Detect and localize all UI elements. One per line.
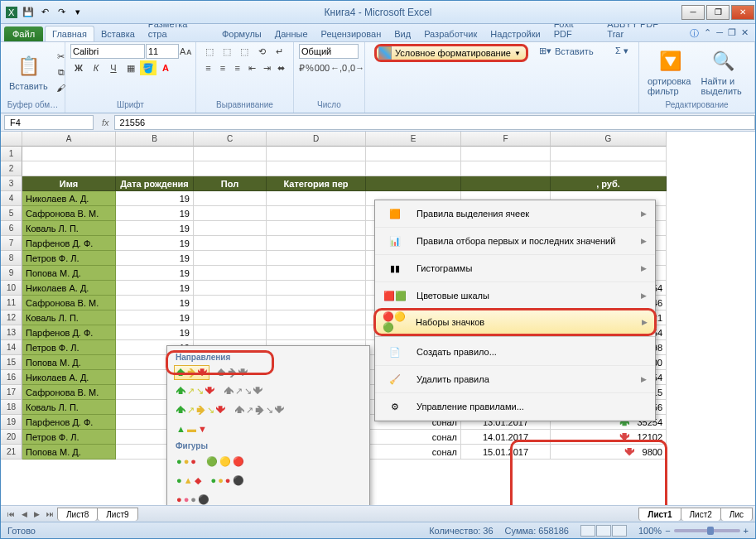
undo-icon[interactable]: ↶ <box>37 5 52 20</box>
cell[interactable] <box>267 266 366 281</box>
cell[interactable] <box>267 325 366 340</box>
zoom-out-icon[interactable]: − <box>665 526 670 536</box>
align-bot-icon[interactable]: ⬚ <box>236 44 253 59</box>
cell-name[interactable]: Попова М. Д. <box>22 445 116 460</box>
iconset-3signs[interactable]: ●▲◆ <box>174 473 204 488</box>
zoom-in-icon[interactable]: + <box>744 526 749 536</box>
grow-font-icon[interactable]: A <box>180 44 185 59</box>
iconset-5arrows-gray[interactable]: 🢁↗🢂↘🢃 <box>233 402 287 418</box>
tab-data[interactable]: Данные <box>268 26 315 41</box>
sheet-tab-9[interactable]: Лист9 <box>97 508 137 521</box>
cell-name[interactable]: Николаев А. Д. <box>22 191 116 206</box>
iconset-3arrows-colored[interactable]: 🢁🢂🢃 <box>174 365 209 380</box>
cell[interactable] <box>194 251 267 266</box>
cell-cat[interactable]: сонал <box>366 430 461 445</box>
cell[interactable] <box>267 310 366 325</box>
cell[interactable] <box>194 191 267 206</box>
font-select[interactable] <box>70 44 145 59</box>
col-header-B[interactable]: B <box>116 132 194 147</box>
formula-bar[interactable]: 21556 <box>114 115 755 130</box>
cell-name[interactable]: Сафронова В. М. <box>22 385 116 400</box>
minimize-ribbon-icon[interactable]: ⌃ <box>704 27 711 40</box>
sheet-tab-2[interactable]: Лист2 <box>681 508 721 521</box>
underline-icon[interactable]: Ч <box>105 60 122 75</box>
cell[interactable] <box>461 147 551 161</box>
cell-name[interactable]: Попова М. Д. <box>22 266 116 281</box>
cell[interactable] <box>461 161 551 176</box>
cell-date[interactable]: 14.01.2017 <box>461 430 551 445</box>
cell-name[interactable]: Петров Ф. Л. <box>22 340 116 355</box>
redo-icon[interactable]: ↷ <box>54 5 69 20</box>
cell-name[interactable]: Николаев А. Д. <box>22 281 116 296</box>
tab-addins[interactable]: Надстройки <box>484 26 547 41</box>
cell-dob[interactable]: 19 <box>116 236 194 251</box>
workbook-min-icon[interactable]: ─ <box>716 27 723 40</box>
cf-clear-rules[interactable]: 🧹Удалить правила▶ <box>375 366 655 393</box>
workbook-max-icon[interactable]: ❐ <box>728 27 736 40</box>
inc-decimal-icon[interactable]: ←,0 <box>330 60 347 75</box>
number-format[interactable] <box>299 44 359 59</box>
cell-value[interactable]: 🢃9800 <box>551 445 667 460</box>
iconset-3trafficlights-rimmed[interactable]: 🟢🟡🔴 <box>204 454 247 469</box>
merge-icon[interactable]: ⬌ <box>274 60 288 75</box>
row-header[interactable]: 17 <box>1 385 22 400</box>
name-box[interactable]: F4 <box>4 115 94 130</box>
row-header[interactable]: 19 <box>1 415 22 430</box>
row-header[interactable]: 6 <box>1 221 22 236</box>
col-header-G[interactable]: G <box>551 132 667 147</box>
cf-data-bars[interactable]: ▮▮Гистограммы▶ <box>375 255 655 282</box>
cell[interactable] <box>22 161 116 176</box>
row-header[interactable]: 16 <box>1 370 22 385</box>
cell-cat[interactable]: сонал <box>366 445 461 460</box>
sheet-tab-1[interactable]: Лист1 <box>638 508 681 521</box>
row-header[interactable]: 20 <box>1 430 22 445</box>
cell-name[interactable]: Николаев А. Д. <box>22 370 116 385</box>
sheet-tab-3[interactable]: Лис <box>720 508 753 521</box>
help-icon[interactable]: ⓘ <box>690 27 699 40</box>
cell-name[interactable]: Парфенов Д. Ф. <box>22 236 116 251</box>
cell[interactable] <box>551 147 667 161</box>
tab-formulas[interactable]: Формулы <box>215 26 268 41</box>
tab-nav-next[interactable]: ▶ <box>31 510 43 518</box>
font-size[interactable] <box>146 44 179 59</box>
col-header-A[interactable]: A <box>22 132 116 147</box>
tab-view[interactable]: Вид <box>388 26 417 41</box>
minimize-button[interactable]: ─ <box>681 5 705 20</box>
cell-name[interactable]: Коваль Л. П. <box>22 310 116 325</box>
cell-dob[interactable]: 19 <box>116 296 194 310</box>
cell[interactable] <box>116 161 194 176</box>
cf-icon-sets[interactable]: 🔴🟡🟢Наборы значков▶ <box>373 308 657 336</box>
cell[interactable] <box>22 147 116 161</box>
workbook-close-icon[interactable]: ✕ <box>741 27 749 40</box>
percent-icon[interactable]: % <box>306 60 314 75</box>
border-icon[interactable]: ▦ <box>123 60 139 75</box>
autosum-icon[interactable]: Σ ▾ <box>615 46 628 56</box>
cell-name[interactable]: Коваль Л. П. <box>22 400 116 415</box>
cell-dob[interactable]: 19 <box>116 206 194 221</box>
row-header[interactable]: 8 <box>1 251 22 266</box>
row-header[interactable]: 3 <box>1 176 22 191</box>
row-header[interactable]: 2 <box>1 161 22 176</box>
sort-filter-button[interactable]: 🔽ортировка фильтр <box>644 44 696 100</box>
view-pagebreak-icon[interactable] <box>612 525 627 537</box>
cell[interactable] <box>194 147 267 161</box>
shrink-font-icon[interactable]: ᴀ <box>186 44 192 59</box>
tab-review[interactable]: Рецензирован <box>315 26 388 41</box>
col-header-E[interactable]: E <box>366 132 461 147</box>
row-header[interactable]: 9 <box>1 266 22 281</box>
align-mid-icon[interactable]: ⬚ <box>219 44 235 59</box>
bold-icon[interactable]: Ж <box>70 60 87 75</box>
align-right-icon[interactable]: ≡ <box>230 60 244 75</box>
row-header[interactable]: 13 <box>1 325 22 340</box>
cell-name[interactable]: Коваль Л. П. <box>22 221 116 236</box>
cell[interactable] <box>194 161 267 176</box>
wrap-icon[interactable]: ↵ <box>271 44 287 59</box>
tab-nav-first[interactable]: ⏮ <box>4 510 18 518</box>
cell[interactable] <box>194 281 267 296</box>
iconset-redtoblack[interactable]: ●●●⚫ <box>174 492 212 505</box>
iconset-4arrows-colored[interactable]: 🢁↗↘🢃 <box>174 383 217 399</box>
cell-date[interactable]: 15.01.2017 <box>461 445 551 460</box>
cell-dob[interactable]: 19 <box>116 310 194 325</box>
row-header[interactable]: 4 <box>1 191 22 206</box>
cell-name[interactable]: Петров Ф. Л. <box>22 430 116 445</box>
